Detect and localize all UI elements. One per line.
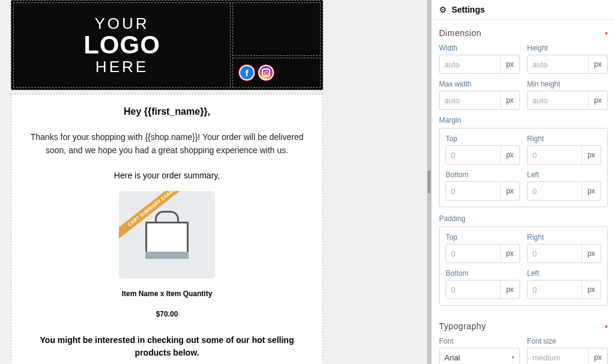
logo-line3: HERE — [83, 59, 160, 74]
dimension-section-header[interactable]: Dimension ▾ — [432, 20, 615, 44]
padding-label: Padding — [439, 214, 608, 223]
instagram-icon[interactable] — [258, 65, 274, 80]
padding-bottom-unit[interactable]: px — [500, 281, 520, 299]
height-label: Height — [527, 44, 608, 52]
padding-top-label: Top — [446, 233, 520, 241]
padding-right-label: Right — [527, 233, 602, 241]
padding-right-input[interactable] — [528, 244, 582, 262]
chevron-down-icon: ▾ — [512, 354, 515, 360]
padding-group: Padding Top px Right px Bottom — [432, 214, 615, 313]
settings-title: Settings — [452, 5, 485, 14]
item-name-line[interactable]: Item Name x Item Quantity — [29, 290, 304, 298]
dimension-section-title: Dimension — [439, 28, 482, 38]
chevron-down-icon: ▾ — [605, 323, 608, 330]
padding-top-input[interactable] — [446, 244, 500, 262]
height-input[interactable] — [528, 55, 589, 73]
upsell-text[interactable]: You might be interested in checking out … — [29, 334, 304, 359]
margin-left-input[interactable] — [528, 182, 582, 200]
greeting-text[interactable]: Hey {{first_name}}, — [29, 106, 304, 117]
header-block[interactable]: YOUR LOGO HERE f — [11, 0, 323, 90]
font-size-label: Font size — [527, 337, 608, 345]
padding-top-unit[interactable]: px — [500, 244, 520, 262]
typography-fields: Font Arial ▾ Font size px — [432, 337, 615, 364]
logo-line1: YOUR — [83, 16, 160, 31]
facebook-icon[interactable]: f — [239, 65, 255, 80]
email-canvas[interactable]: YOUR LOGO HERE f Hey {{first_name}}, Tha… — [0, 0, 427, 364]
thank-you-text[interactable]: Thanks for your shopping with {{shop.nam… — [29, 130, 304, 157]
header-right-column: f — [232, 2, 321, 88]
typography-section-title: Typography — [439, 321, 486, 331]
panel-resize-handle[interactable] — [427, 0, 431, 364]
min-height-input[interactable] — [528, 91, 589, 109]
font-size-field: Font size px — [527, 337, 608, 364]
dimension-fields: Width px Height px Max width px Min heig… — [432, 44, 615, 116]
margin-top-unit[interactable]: px — [500, 146, 520, 164]
logo-placeholder: YOUR LOGO HERE — [83, 16, 160, 74]
font-select[interactable]: Arial ▾ — [439, 348, 520, 364]
margin-label: Margin — [439, 116, 608, 124]
typography-section-header[interactable]: Typography ▾ — [432, 313, 615, 337]
padding-left-input[interactable] — [528, 281, 582, 299]
margin-left-unit[interactable]: px — [581, 182, 601, 200]
margin-left-label: Left — [527, 171, 602, 179]
max-width-field: Max width px — [439, 80, 520, 110]
max-width-unit[interactable]: px — [500, 91, 520, 109]
logo-cell[interactable]: YOUR LOGO HERE — [13, 2, 231, 88]
margin-right-input[interactable] — [528, 146, 582, 164]
gear-icon: ⚙ — [439, 5, 447, 14]
padding-right-unit[interactable]: px — [581, 244, 601, 262]
margin-group: Margin Top px Right px Bottom — [432, 116, 615, 214]
min-height-field: Min height px — [527, 80, 608, 110]
email-wrapper: YOUR LOGO HERE f Hey {{first_name}}, Tha… — [11, 0, 323, 364]
margin-top-input[interactable] — [446, 146, 500, 164]
margin-right-unit[interactable]: px — [581, 146, 601, 164]
font-field: Font Arial ▾ — [439, 337, 520, 364]
width-field: Width px — [439, 44, 520, 74]
empty-header-cell[interactable] — [232, 2, 321, 56]
cart-summary-placeholder[interactable]: CART SUMMARY EXAMPLE — [119, 191, 215, 279]
margin-top-label: Top — [446, 135, 520, 143]
margin-bottom-label: Bottom — [446, 171, 520, 179]
padding-bottom-input[interactable] — [446, 281, 500, 299]
padding-bottom-label: Bottom — [446, 269, 520, 278]
height-field: Height px — [527, 44, 608, 74]
min-height-label: Min height — [527, 80, 608, 88]
shopping-bag-icon — [145, 211, 189, 259]
settings-panel: ⚙ Settings Dimension ▾ Width px Height p… — [431, 0, 615, 364]
width-label: Width — [439, 44, 520, 52]
email-body-block[interactable]: Hey {{first_name}}, Thanks for your shop… — [11, 94, 323, 364]
font-size-input[interactable] — [528, 348, 589, 364]
summary-intro-text[interactable]: Here is your order summary, — [29, 171, 304, 180]
padding-left-label: Left — [527, 269, 602, 278]
height-unit[interactable]: px — [588, 55, 607, 73]
max-width-input[interactable] — [440, 91, 500, 109]
social-icons-cell[interactable]: f — [232, 58, 321, 88]
chevron-down-icon: ▾ — [605, 30, 608, 37]
font-size-unit[interactable]: px — [588, 348, 607, 364]
margin-right-label: Right — [527, 135, 602, 143]
item-price[interactable]: $70.00 — [29, 310, 304, 318]
margin-bottom-unit[interactable]: px — [500, 182, 520, 200]
width-input[interactable] — [440, 55, 500, 73]
logo-line2: LOGO — [83, 32, 160, 58]
padding-left-unit[interactable]: px — [581, 281, 601, 299]
min-height-unit[interactable]: px — [588, 91, 607, 109]
width-unit[interactable]: px — [500, 55, 520, 73]
max-width-label: Max width — [439, 80, 520, 88]
settings-panel-header: ⚙ Settings — [432, 0, 615, 20]
margin-bottom-input[interactable] — [446, 182, 500, 200]
font-select-value: Arial — [444, 353, 460, 362]
font-label: Font — [439, 337, 520, 345]
